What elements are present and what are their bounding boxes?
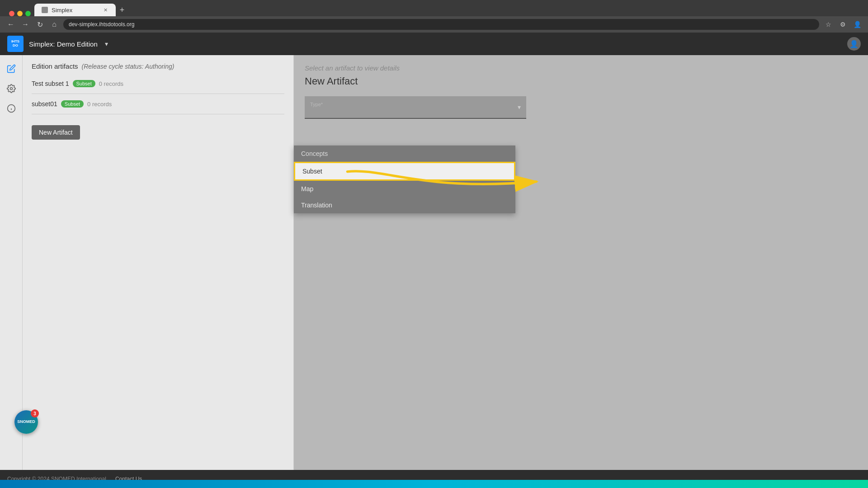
sidebar	[0, 55, 23, 470]
tab-close-button[interactable]: ✕	[102, 7, 108, 13]
app-title-dropdown[interactable]: ▾	[105, 40, 108, 47]
new-tab-button[interactable]: +	[116, 4, 128, 16]
app-header-right: 👤	[847, 37, 861, 51]
close-button[interactable]	[9, 11, 14, 16]
profile-icon[interactable]: 👤	[852, 19, 863, 30]
dropdown-item-translation[interactable]: Translation	[294, 197, 515, 213]
panel-title-text: Edition artifacts	[32, 62, 78, 70]
divider-1	[32, 94, 284, 94]
url-text: dev-simplex.ihtsdotools.org	[69, 21, 134, 28]
nav-bar: ← → ↻ ⌂ dev-simplex.ihtsdotools.org ☆ ⚙ …	[0, 16, 868, 33]
panels: Edition artifacts (Release cycle status:…	[23, 55, 868, 470]
divider-2	[32, 114, 284, 114]
svg-point-0	[10, 88, 12, 90]
panel-status: (Release cycle status: Authoring)	[82, 63, 175, 70]
left-panel: Edition artifacts (Release cycle status:…	[23, 55, 294, 470]
artifact-item-1[interactable]: Test subset 1 Subset 0 records	[32, 77, 284, 90]
snomed-badge[interactable]: SNOMED 3	[14, 410, 38, 434]
settings-icon[interactable]: ⚙	[837, 19, 848, 30]
app-title: Simplex: Demo Edition	[29, 40, 98, 48]
artifact-name-1: Test subset 1	[32, 80, 69, 87]
type-field-value	[310, 107, 521, 116]
app: IHTSDO Simplex: Demo Edition ▾ 👤	[0, 33, 868, 488]
right-panel: Select an artifact to view details New A…	[294, 55, 868, 470]
minimize-button[interactable]	[17, 11, 23, 16]
main-area: Edition artifacts (Release cycle status:…	[0, 55, 868, 470]
sidebar-item-info[interactable]	[3, 100, 19, 117]
sidebar-item-settings[interactable]	[3, 80, 19, 97]
snomed-badge-text: SNOMED	[17, 419, 35, 425]
artifact-records-1: 0 records	[99, 80, 123, 87]
type-select-wrapper: Type* ▾	[305, 96, 526, 119]
app-logo: IHTSDO	[7, 36, 24, 52]
type-field-label: Type*	[310, 102, 521, 107]
dropdown-menu: Concepts Subset Map Translation	[294, 145, 515, 213]
bookmark-icon[interactable]: ☆	[823, 19, 834, 30]
dropdown-item-map[interactable]: Map	[294, 181, 515, 197]
tab-bar: Simplex ✕ +	[0, 0, 868, 16]
address-bar[interactable]: dev-simplex.ihtsdotools.org	[63, 19, 819, 30]
type-field[interactable]: Type* ▾	[305, 96, 526, 119]
browser-chrome: Simplex ✕ + ← → ↻ ⌂ dev-simplex.ihtsdoto…	[0, 0, 868, 33]
maximize-button[interactable]	[25, 11, 31, 16]
app-header: IHTSDO Simplex: Demo Edition ▾ 👤	[0, 33, 868, 55]
snomed-notification-count: 3	[31, 409, 39, 418]
artifact-badge-2: Subset	[61, 100, 84, 108]
tab-label: Simplex	[52, 7, 72, 14]
dropdown-section-concepts: Concepts	[294, 145, 515, 162]
new-artifact-title: New Artifact	[305, 75, 857, 87]
artifact-badge-1: Subset	[73, 80, 95, 87]
refresh-button[interactable]: ↻	[34, 19, 45, 30]
sidebar-item-edit[interactable]	[3, 61, 19, 77]
back-button[interactable]: ←	[5, 19, 16, 30]
artifact-name-2: subset01	[32, 100, 57, 108]
bottom-accent	[0, 480, 868, 488]
traffic-lights	[5, 11, 34, 16]
artifact-records-2: 0 records	[87, 101, 112, 108]
artifact-item-2[interactable]: subset01 Subset 0 records	[32, 98, 284, 110]
tab-favicon	[42, 7, 48, 13]
dropdown-arrow-icon: ▾	[518, 103, 521, 111]
select-hint: Select an artifact to view details	[305, 64, 857, 72]
dropdown-item-subset[interactable]: Subset	[294, 162, 515, 181]
browser-tab[interactable]: Simplex ✕	[34, 4, 116, 16]
new-artifact-button[interactable]: New Artifact	[32, 125, 80, 140]
home-button[interactable]: ⌂	[49, 19, 60, 30]
user-avatar[interactable]: 👤	[847, 37, 861, 51]
panel-title: Edition artifacts (Release cycle status:…	[32, 62, 284, 70]
forward-button[interactable]: →	[20, 19, 31, 30]
nav-icons: ☆ ⚙ 👤	[823, 19, 863, 30]
